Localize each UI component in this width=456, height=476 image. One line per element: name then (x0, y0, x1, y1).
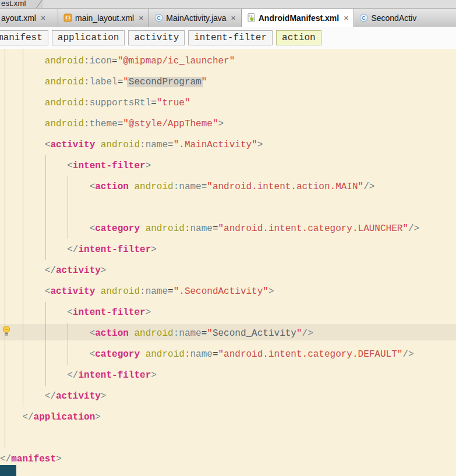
code-token: intent-filter (73, 161, 146, 171)
code-token: :label (84, 77, 118, 87)
code-token: < (90, 182, 96, 192)
code-line: </intent-filter> (0, 365, 456, 386)
code-token: Second_Activity (213, 328, 296, 339)
code-token: " (229, 56, 235, 66)
code-token: android (45, 56, 84, 66)
indent-guide (23, 49, 23, 407)
code-token: > (56, 454, 62, 464)
close-icon[interactable]: × (139, 13, 143, 23)
code-token: = (151, 98, 157, 108)
code-token: = (202, 328, 207, 339)
code-token: </ (45, 265, 56, 276)
tab-edge-fill (43, 0, 456, 8)
code-token: = (213, 223, 218, 234)
tab-label: ayout.xml (1, 13, 36, 23)
close-icon[interactable]: × (344, 13, 348, 23)
code-token: android (134, 182, 173, 192)
code-line: android:theme="@style/AppTheme"> (0, 113, 456, 134)
tab-ayout-xml[interactable]: ayout.xml× (0, 9, 58, 27)
code-token: " (207, 328, 213, 339)
code-token: manifest (11, 454, 56, 464)
indent-guide (45, 302, 46, 386)
code-token: :theme (84, 119, 118, 129)
close-icon[interactable]: × (41, 13, 45, 23)
code-token (129, 182, 135, 192)
tab-mainactivity-java[interactable]: CMainActivity.java× (149, 9, 241, 27)
corner-widget (0, 465, 16, 476)
code-token: android (45, 119, 84, 129)
partial-tab-label[interactable]: est.xml (1, 0, 26, 8)
indent-guide (5, 49, 5, 449)
editor[interactable]: android:icon="@mipmap/ic_launcher" andro… (0, 49, 456, 476)
code-token: /> (302, 328, 313, 339)
code-token: true (162, 98, 184, 108)
code-token: @style/AppTheme (129, 119, 213, 129)
code-token: activity (50, 140, 95, 150)
code-token: :name (185, 223, 213, 234)
tab-secondactiv[interactable]: CSecondActiv (354, 9, 456, 27)
code-line: </application> (0, 407, 456, 428)
code-token: category (95, 223, 140, 234)
code-line: <activity android:name=".MainActivity"> (0, 134, 456, 155)
close-icon[interactable]: × (231, 13, 236, 23)
tab-androidmanifest-xml[interactable]: AndroidManifest.xml× (242, 9, 355, 27)
code-token: = (202, 182, 207, 192)
breadcrumb-action[interactable]: action (276, 30, 321, 45)
code-token: < (45, 286, 51, 297)
code-token: .MainActivity (179, 140, 252, 150)
code-token: " (118, 56, 123, 66)
code-token: " (123, 77, 129, 87)
editor-tab-row-overflow: est.xml (0, 0, 456, 9)
code-token: :name (140, 286, 168, 297)
code-token: > (257, 140, 263, 150)
code-token: " (174, 140, 179, 150)
code-token: < (90, 349, 96, 360)
code-token: /> (408, 223, 419, 234)
intention-lightbulb-icon[interactable] (2, 325, 11, 337)
code-token: " (174, 286, 179, 297)
code-token: application (34, 412, 96, 422)
code-line: <category android:name="android.intent.c… (0, 218, 456, 239)
code-token: android (45, 77, 84, 87)
code-token: > (151, 370, 157, 381)
breadcrumb-intent-filter[interactable]: intent-filter (188, 30, 273, 45)
class-c-icon: C (359, 13, 368, 22)
breadcrumb-activity[interactable]: activity (128, 30, 185, 45)
code-line: </activity> (0, 386, 456, 407)
breadcrumb-application[interactable]: application (52, 30, 125, 45)
code-line: <intent-filter> (0, 155, 456, 176)
code-token: </ (67, 370, 78, 381)
tab-main-layout-xml[interactable]: main_layout.xml× (58, 9, 149, 27)
code-line: <category android:name="android.intent.c… (0, 344, 456, 365)
code-token: > (95, 412, 101, 422)
code-line: </intent-filter> (0, 239, 456, 260)
code-token: activity (50, 286, 95, 297)
breadcrumb-manifest[interactable]: manifest (0, 30, 48, 45)
indent-guide (68, 323, 68, 365)
code-token: " (218, 349, 224, 360)
tab-label: MainActivity.java (166, 13, 226, 23)
code-token (95, 140, 101, 150)
code-token: android (134, 328, 173, 339)
code-area[interactable]: android:icon="@mipmap/ic_launcher" andro… (0, 49, 456, 470)
code-token: = (112, 56, 118, 66)
indent-guide (45, 155, 46, 260)
code-token: " (402, 223, 408, 234)
code-token: > (218, 119, 224, 129)
code-token: action (95, 328, 129, 339)
code-token: </ (22, 412, 33, 422)
code-token: :supportsRtl (84, 98, 151, 108)
code-token: activity (56, 265, 101, 276)
code-line: <action android:name="Second_Activity"/> (0, 323, 456, 344)
code-token: .SecondActivity (179, 286, 263, 297)
code-token: " (202, 77, 207, 87)
code-token: < (67, 161, 73, 171)
code-token: :name (140, 140, 168, 150)
code-token: " (213, 119, 218, 129)
code-line: android:supportsRtl="true" (0, 93, 456, 113)
indent-guide (68, 176, 68, 239)
code-token (95, 286, 101, 297)
code-token (140, 223, 146, 234)
code-token: > (101, 391, 107, 402)
class-c-icon: C (154, 13, 163, 22)
